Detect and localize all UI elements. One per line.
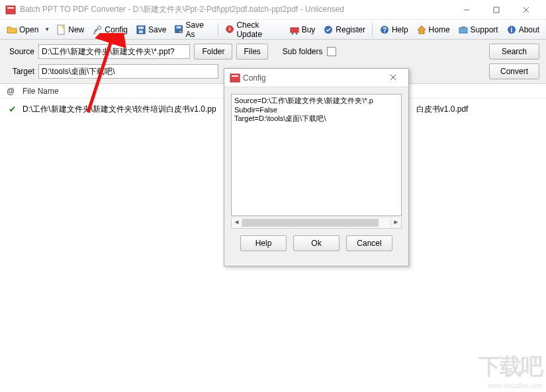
dialog-cancel-button[interactable]: Cancel	[346, 235, 392, 251]
svg-rect-26	[232, 75, 238, 77]
buy-button[interactable]: Buy	[285, 22, 320, 37]
watermark-text: 下载吧	[478, 352, 542, 382]
dialog-titlebar[interactable]: Config	[224, 69, 408, 87]
scroll-track[interactable]	[242, 218, 390, 228]
save-as-label: Save As	[185, 20, 211, 39]
svg-rect-0	[6, 6, 15, 14]
folder-button[interactable]: Folder	[194, 44, 232, 59]
config-dialog: Config ◄ ► Help Ok Cancel	[224, 68, 409, 266]
open-button[interactable]: Open	[3, 22, 42, 37]
source-input[interactable]	[38, 44, 190, 59]
save-as-icon	[174, 24, 183, 35]
config-icon	[92, 24, 103, 35]
search-button[interactable]: Search	[489, 44, 539, 59]
new-icon	[56, 24, 66, 35]
subfolders-checkbox[interactable]	[327, 47, 336, 56]
help-label: Help	[392, 25, 408, 34]
file-path-left: D:\工作\新建文件夹\新建文件夹\软件培训白皮书v1.0.pp	[23, 104, 216, 115]
buy-label: Buy	[302, 25, 316, 34]
about-button[interactable]: i About	[502, 22, 543, 37]
open-dropdown[interactable]: ▼	[42, 26, 52, 32]
file-path-right: 白皮书v1.0.pdf	[416, 104, 469, 115]
open-label: Open	[19, 25, 38, 34]
svg-rect-15	[291, 28, 298, 32]
files-button[interactable]: Files	[236, 44, 267, 59]
about-icon: i	[506, 24, 517, 35]
svg-point-17	[295, 32, 297, 34]
svg-rect-25	[230, 74, 240, 82]
about-label: About	[519, 25, 539, 34]
buy-icon	[289, 24, 300, 35]
source-label: Source	[7, 47, 34, 56]
title-bar: Batch PPT TO PDF Converter - D:\新建文件夹\Pp…	[0, 0, 546, 20]
config-textarea[interactable]	[231, 94, 402, 216]
app-icon	[5, 5, 16, 15]
open-icon	[7, 24, 17, 35]
subfolders-label: Sub folders	[283, 47, 323, 56]
svg-point-8	[98, 26, 101, 29]
home-label: Home	[429, 25, 450, 34]
minimize-icon	[463, 7, 470, 13]
watermark-url: www.xiazaiba.com	[478, 382, 542, 389]
checkmark-icon: ✔	[7, 104, 19, 114]
target-label: Target	[7, 67, 34, 76]
new-label: New	[68, 25, 84, 34]
col-filename: File Name	[23, 87, 59, 96]
dialog-ok-button[interactable]: Ok	[293, 235, 340, 251]
register-icon	[323, 24, 334, 35]
home-button[interactable]: Home	[412, 22, 454, 37]
convert-button[interactable]: Convert	[489, 63, 539, 79]
maximize-button[interactable]	[481, 1, 511, 19]
window-title: Batch PPT TO PDF Converter - D:\新建文件夹\Pp…	[20, 4, 451, 15]
update-icon	[225, 24, 234, 35]
check-update-label: Check Update	[236, 20, 281, 39]
config-label: Config	[105, 25, 128, 34]
register-button[interactable]: Register	[319, 22, 369, 37]
svg-rect-3	[494, 7, 499, 13]
watermark: 下载吧 www.xiazaiba.com	[478, 352, 542, 389]
dialog-title: Config	[243, 73, 383, 83]
save-icon	[136, 24, 146, 35]
help-icon: ?	[379, 24, 390, 35]
config-button[interactable]: Config	[88, 22, 132, 37]
home-icon	[416, 24, 427, 35]
svg-text:i: i	[510, 26, 512, 34]
svg-rect-21	[459, 28, 467, 33]
svg-rect-22	[461, 26, 465, 28]
svg-point-16	[291, 32, 293, 34]
minimize-button[interactable]	[451, 1, 481, 19]
toolbar-separator	[218, 23, 218, 36]
main-toolbar: Open ▼ New Config Save Save As Check Upd…	[0, 20, 546, 40]
horizontal-scrollbar[interactable]: ◄ ►	[231, 218, 402, 229]
save-button[interactable]: Save	[132, 22, 170, 37]
scroll-thumb[interactable]	[242, 219, 379, 227]
close-icon	[523, 7, 529, 13]
svg-point-7	[62, 26, 64, 28]
dialog-help-button[interactable]: Help	[240, 235, 287, 251]
dialog-close-button[interactable]	[383, 73, 403, 83]
maximize-icon	[493, 7, 500, 13]
col-status: @	[7, 87, 23, 96]
close-icon	[390, 74, 396, 81]
svg-rect-11	[139, 30, 143, 33]
svg-rect-13	[177, 26, 181, 28]
check-update-button[interactable]: Check Update	[221, 19, 285, 41]
register-label: Register	[336, 25, 365, 34]
toolbar-separator	[372, 23, 373, 36]
svg-text:?: ?	[383, 26, 387, 34]
save-as-button[interactable]: Save As	[170, 19, 215, 41]
support-button[interactable]: Support	[454, 22, 502, 37]
support-label: Support	[471, 25, 498, 34]
svg-rect-10	[138, 26, 144, 29]
dialog-app-icon	[230, 73, 240, 83]
support-icon	[458, 24, 469, 35]
scroll-right-icon[interactable]: ►	[390, 218, 401, 228]
help-button[interactable]: ? Help	[375, 22, 412, 37]
scroll-left-icon[interactable]: ◄	[232, 218, 242, 228]
svg-rect-1	[7, 7, 14, 9]
new-button[interactable]: New	[52, 22, 88, 37]
save-label: Save	[148, 25, 166, 34]
close-button[interactable]	[511, 1, 541, 19]
target-input[interactable]	[38, 64, 218, 79]
